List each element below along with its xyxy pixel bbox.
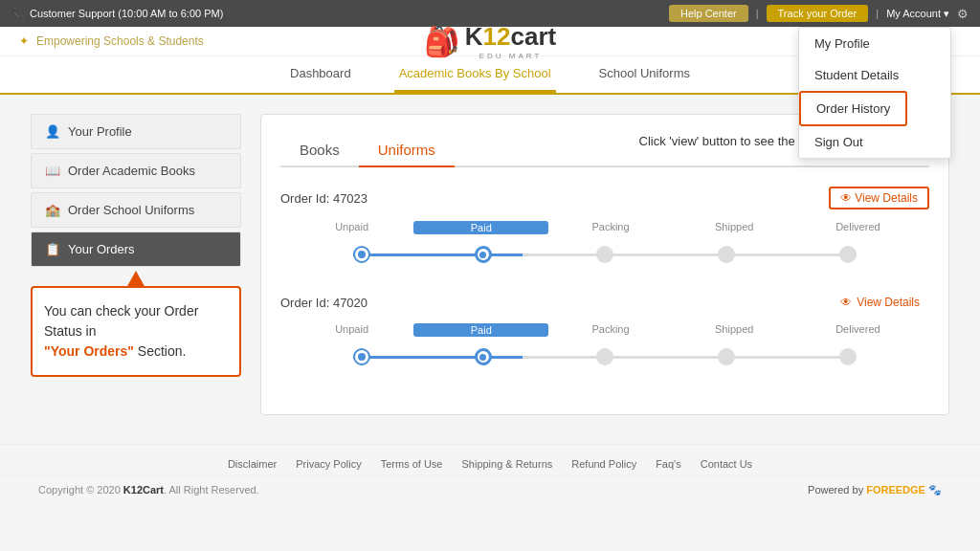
order-1-step-delivered: Delivered bbox=[796, 221, 920, 234]
order-1-labels: Unpaid Paid Packing Shipped Delivered bbox=[290, 221, 920, 234]
chevron-down-icon: ▾ bbox=[944, 8, 949, 20]
order-2-labels: Unpaid Paid Packing Shipped Delivered bbox=[290, 323, 920, 337]
order-2-view-label: View Details bbox=[857, 296, 920, 309]
nav-dashboard[interactable]: Dashboard bbox=[285, 56, 356, 93]
tagline: Empowering Schools & Students bbox=[36, 34, 204, 48]
top-bar-actions: Help Center | Track your Order | My Acco… bbox=[669, 5, 969, 22]
order-2: Order Id: 47020 👁 View Details Unpaid Pa… bbox=[280, 293, 929, 371]
orders-icon: 📋 bbox=[45, 242, 60, 256]
order-1-dot-2 bbox=[475, 246, 492, 263]
star-icon: ✦ bbox=[19, 34, 29, 48]
tooltip-text2: Section. bbox=[138, 343, 187, 359]
settings-icon[interactable]: ⚙ bbox=[957, 7, 969, 21]
logo-sub: EDU MART bbox=[465, 52, 556, 60]
order-2-view-details-button[interactable]: 👁 View Details bbox=[831, 293, 929, 312]
order-1-id: Order Id: 47023 bbox=[280, 191, 368, 206]
order-2-dot-5 bbox=[839, 348, 857, 365]
tooltip-highlight: "Your Orders" bbox=[44, 343, 134, 359]
uniform-icon: 🏫 bbox=[45, 203, 60, 217]
dropdown-student-details[interactable]: Student Details bbox=[799, 59, 950, 91]
order-2-progress: Unpaid Paid Packing Shipped Delivered bbox=[280, 323, 929, 371]
tooltip-arrow bbox=[126, 271, 145, 288]
sidebar-orders-label: Your Orders bbox=[68, 242, 135, 256]
order-1-dot-3 bbox=[596, 246, 613, 263]
order-2-dot-4 bbox=[718, 348, 735, 365]
order-1-dot-1 bbox=[353, 246, 370, 263]
order-2-step-shipped: Shipped bbox=[673, 323, 796, 337]
footer-disclaimer[interactable]: Disclaimer bbox=[228, 458, 277, 470]
dropdown-sign-out[interactable]: Sign Out bbox=[799, 126, 950, 158]
order-1-dot-5 bbox=[839, 246, 857, 263]
order-1: Order Id: 47023 👁 View Details Unpaid Pa… bbox=[280, 187, 929, 269]
sidebar-uniforms-label: Order School Uniforms bbox=[68, 203, 194, 217]
footer-privacy[interactable]: Privacy Policy bbox=[296, 458, 361, 470]
order-2-step-delivered: Delivered bbox=[796, 323, 920, 337]
eye-icon-2: 👁 bbox=[840, 296, 852, 309]
order-1-step-unpaid: Unpaid bbox=[290, 221, 413, 234]
footer-copyright: Copyright © 2020 K12Cart. All Right Rese… bbox=[0, 475, 980, 504]
order-1-step-packing: Packing bbox=[548, 221, 672, 234]
separator2: | bbox=[876, 8, 879, 19]
order-2-id: Order Id: 47020 bbox=[280, 296, 368, 310]
footer-links: Disclaimer Privacy Policy Terms of Use S… bbox=[0, 444, 980, 475]
footer-contact[interactable]: Contact Us bbox=[701, 458, 752, 470]
order-1-view-label: View Details bbox=[855, 191, 918, 205]
sidebar: 👤 Your Profile 📖 Order Academic Books 🏫 … bbox=[31, 114, 241, 415]
sidebar-profile-label: Your Profile bbox=[68, 124, 132, 139]
order-2-dot-3 bbox=[596, 348, 613, 365]
my-account-label: My Account bbox=[886, 8, 941, 19]
copyright-text: Copyright © 2020 K12Cart. All Right Rese… bbox=[38, 484, 259, 496]
nav-academic-books[interactable]: Academic Books By School bbox=[394, 56, 556, 93]
books-icon: 📖 bbox=[45, 164, 60, 178]
order-1-view-details-button[interactable]: 👁 View Details bbox=[829, 187, 929, 209]
sidebar-item-your-orders[interactable]: 📋 Your Orders bbox=[31, 231, 241, 267]
order-1-header: Order Id: 47023 👁 View Details bbox=[280, 187, 929, 209]
eye-icon: 👁 bbox=[840, 191, 852, 205]
order-2-step-unpaid: Unpaid bbox=[290, 323, 413, 337]
sidebar-item-profile[interactable]: 👤 Your Profile bbox=[31, 114, 241, 149]
order-2-bar bbox=[290, 342, 920, 371]
support-label: Customer Support (10:00 AM to 6:00 PM) bbox=[30, 8, 223, 19]
phone-icon: 📞 bbox=[11, 8, 25, 20]
orders-tooltip: You can check your Order Status in "Your… bbox=[31, 286, 241, 377]
footer-refund[interactable]: Refund Policy bbox=[571, 458, 636, 470]
sidebar-books-label: Order Academic Books bbox=[68, 164, 195, 178]
tab-uniforms[interactable]: Uniforms bbox=[359, 134, 455, 167]
order-1-dots bbox=[290, 246, 920, 263]
order-2-dot-2 bbox=[475, 348, 492, 365]
order-1-dot-4 bbox=[718, 246, 735, 263]
order-2-dot-1 bbox=[353, 348, 370, 365]
tab-books[interactable]: Books bbox=[280, 134, 359, 167]
logo-mascot: 🎒 bbox=[424, 25, 459, 58]
foreedge-brand: FOREEDGE bbox=[866, 484, 925, 496]
my-account-button[interactable]: My Account ▾ bbox=[886, 8, 949, 20]
support-info: 📞 Customer Support (10:00 AM to 6:00 PM) bbox=[11, 8, 223, 20]
tooltip-text1: You can check your Order Status in bbox=[44, 303, 198, 339]
order-2-step-packing: Packing bbox=[548, 323, 672, 337]
order-1-step-paid: Paid bbox=[413, 221, 548, 234]
track-order-button[interactable]: Track your Order bbox=[767, 5, 869, 22]
header-tagline-area: ✦ Empowering Schools & Students bbox=[19, 34, 204, 48]
profile-icon: 👤 bbox=[45, 124, 60, 139]
footer-terms[interactable]: Terms of Use bbox=[381, 458, 443, 470]
logo-text: K12cart bbox=[465, 22, 556, 52]
order-1-bar bbox=[290, 240, 920, 269]
order-2-step-paid: Paid bbox=[413, 323, 548, 337]
dropdown-my-profile[interactable]: My Profile bbox=[799, 28, 950, 59]
separator: | bbox=[756, 8, 759, 19]
sidebar-item-academic-books[interactable]: 📖 Order Academic Books bbox=[31, 153, 241, 188]
content-area: Click 'view' button to see the details o… bbox=[260, 114, 949, 415]
logo-area: 🎒 K12cart EDU MART bbox=[424, 22, 556, 60]
footer-faq[interactable]: Faq's bbox=[656, 458, 681, 470]
help-center-button[interactable]: Help Center bbox=[669, 5, 748, 22]
order-2-header: Order Id: 47020 👁 View Details bbox=[280, 293, 929, 312]
nav-school-uniforms[interactable]: School Uniforms bbox=[594, 56, 695, 93]
sidebar-item-school-uniforms[interactable]: 🏫 Order School Uniforms bbox=[31, 192, 241, 228]
account-dropdown: My Profile Student Details Order History… bbox=[798, 27, 951, 159]
dropdown-order-history[interactable]: Order History bbox=[799, 91, 907, 126]
powered-by: Powered by FOREEDGE 🐾 bbox=[808, 484, 942, 496]
order-1-step-shipped: Shipped bbox=[673, 221, 796, 234]
footer-shipping[interactable]: Shipping & Returns bbox=[461, 458, 552, 470]
order-2-dots bbox=[290, 348, 920, 365]
order-1-progress: Unpaid Paid Packing Shipped Delivered bbox=[280, 221, 929, 269]
